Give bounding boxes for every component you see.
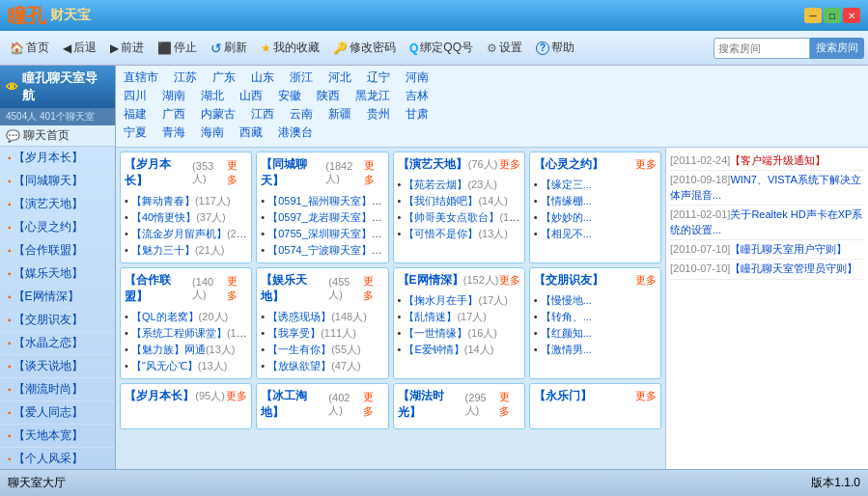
news-item[interactable]: [2010-07-10]【瞳孔聊天室用户守则】 <box>670 240 864 260</box>
room-card-more[interactable]: 更多 <box>635 157 657 172</box>
bind-qq-button[interactable]: 绑定QQ号 <box>404 38 479 58</box>
region-link[interactable]: 西藏 <box>239 124 263 141</box>
room-link[interactable]: 【流金岁月留声机】 <box>131 228 227 239</box>
sidebar-item-yan-yi[interactable]: ▪【演艺天地】 <box>0 193 115 216</box>
room-link[interactable]: 【魅力族】网通 <box>131 344 206 355</box>
room-card-more[interactable]: 更多 <box>635 273 657 288</box>
region-link[interactable]: 四川 <box>124 88 147 104</box>
region-link[interactable]: 河南 <box>406 69 429 86</box>
stop-button[interactable]: 停止 <box>152 38 203 58</box>
room-link[interactable]: 【红颜知... <box>541 327 592 339</box>
forward-button[interactable]: 前进 <box>104 38 150 58</box>
region-link[interactable]: 广西 <box>162 106 185 123</box>
close-button[interactable]: ✕ <box>843 8 860 23</box>
room-link[interactable]: 【掬水月在手】 <box>404 294 478 306</box>
chat-rooms-scroll[interactable]: 【岁月本长】 (353人) 更多 • 【舞动青春】(117人)• 【40惰更快】… <box>116 148 665 469</box>
region-link[interactable]: 内蒙古 <box>201 106 236 123</box>
room-card-more[interactable]: 更多 <box>499 390 519 419</box>
region-link[interactable]: 辽宁 <box>367 69 390 86</box>
sidebar-item-sui-yue[interactable]: ▪【岁月本长】 <box>0 147 115 170</box>
room-link[interactable]: 【0574_宁波聊天室】 <box>267 244 382 256</box>
room-link[interactable]: 【"风无心℃】 <box>131 360 198 372</box>
room-link[interactable]: 【0597_龙岩聊天室】 <box>267 211 382 223</box>
room-link[interactable]: 【帅哥美女点歌台】 <box>404 211 499 223</box>
sidebar-item-ge-ren[interactable]: ▪【个人风采】 <box>0 448 115 469</box>
region-link[interactable]: 湖北 <box>201 88 224 104</box>
sidebar-item-chao-liu[interactable]: ▪【潮流时尚】 <box>0 378 115 401</box>
room-link[interactable]: 【苑若云烟】 <box>404 179 467 190</box>
room-link[interactable]: 【可惜不是你】 <box>404 228 478 239</box>
news-item[interactable]: [2010-07-10]【瞳孔聊天室管理员守则】 <box>670 260 864 279</box>
room-link[interactable]: 【缘定三... <box>541 179 592 190</box>
room-link[interactable]: 【乱情迷】 <box>404 311 457 322</box>
sidebar-item-shui-jing[interactable]: ▪【水晶之恋】 <box>0 332 115 355</box>
region-link[interactable]: 安徽 <box>278 88 301 104</box>
region-link[interactable]: 青海 <box>162 124 185 141</box>
region-link[interactable]: 江苏 <box>174 69 197 86</box>
room-link[interactable]: 【0755_深圳聊天室】 <box>267 228 382 239</box>
region-link[interactable]: 黑龙江 <box>355 88 390 104</box>
room-link[interactable]: 【一生有你】 <box>267 344 331 355</box>
settings-button[interactable]: 设置 <box>481 38 528 58</box>
region-link[interactable]: 新疆 <box>328 106 351 123</box>
room-link[interactable]: 【40惰更快】 <box>131 211 196 223</box>
room-link[interactable]: 【舞动青春】 <box>131 195 195 207</box>
sidebar-item-e-wang[interactable]: ▪【E网情深】 <box>0 286 115 309</box>
sidebar-item-tong-cheng[interactable]: ▪【同城聊天】 <box>0 170 115 193</box>
room-link[interactable]: 【转角、... <box>541 311 592 322</box>
region-link[interactable]: 河北 <box>328 69 351 86</box>
sidebar-item-ai-ren[interactable]: ▪【爱人同志】 <box>0 401 115 425</box>
room-link[interactable]: 【放纵欲望】 <box>267 360 331 372</box>
room-card-more[interactable]: 更多 <box>227 158 247 187</box>
sidebar-item-xin-ling[interactable]: ▪【心灵之约】 <box>0 216 115 239</box>
region-link[interactable]: 港澳台 <box>278 124 313 141</box>
search-button[interactable]: 搜索房间 <box>810 38 864 59</box>
room-link[interactable]: 【0591_福州聊天室】 <box>267 195 382 207</box>
favorites-button[interactable]: 我的收藏 <box>255 38 325 58</box>
back-button[interactable]: 后退 <box>57 38 102 58</box>
news-item[interactable]: [2011-02-01]关于Realtek HD声卡在XP系统的设置... <box>670 206 864 240</box>
room-link[interactable]: 【一世情缘】 <box>404 327 467 339</box>
room-card-more[interactable]: 更多 <box>226 389 247 403</box>
region-link[interactable]: 广东 <box>212 69 236 86</box>
room-link[interactable]: 【妙妙的... <box>541 211 592 223</box>
room-card-more[interactable]: 更多 <box>499 273 520 288</box>
sidebar-item-tian-di[interactable]: ▪【天地本宽】 <box>0 425 115 448</box>
room-link[interactable]: 【QL的老窝】 <box>131 311 199 322</box>
room-card-more[interactable]: 更多 <box>499 157 520 172</box>
region-link[interactable]: 海南 <box>201 124 224 141</box>
room-link[interactable]: 【情缘棚... <box>541 195 592 207</box>
room-link[interactable]: 【我享受】 <box>267 327 321 339</box>
region-link[interactable]: 吉林 <box>406 88 429 104</box>
region-link[interactable]: 湖南 <box>162 88 185 104</box>
region-link[interactable]: 甘肃 <box>406 106 429 123</box>
region-link[interactable]: 宁夏 <box>124 124 147 141</box>
region-link[interactable]: 江西 <box>251 106 274 123</box>
region-link[interactable]: 直辖市 <box>124 69 158 86</box>
room-link[interactable]: 【激情男... <box>541 344 592 355</box>
sidebar-item-jiao-peng[interactable]: ▪【交朋识友】 <box>0 309 115 332</box>
room-link[interactable]: 【诱惑现场】 <box>267 311 331 322</box>
room-link[interactable]: 【魅力三十】 <box>131 244 195 256</box>
sidebar-item-he-zuo[interactable]: ▪【合作联盟】 <box>0 239 115 262</box>
search-input[interactable] <box>714 38 810 59</box>
sidebar-item-tan-tian[interactable]: ▪【谈天说地】 <box>0 355 115 378</box>
region-link[interactable]: 山东 <box>251 69 274 86</box>
help-button[interactable]: ? 帮助 <box>530 38 580 58</box>
region-link[interactable]: 山西 <box>239 88 263 104</box>
minimize-button[interactable]: ─ <box>804 8 822 23</box>
room-card-more[interactable]: 更多 <box>363 390 383 419</box>
room-link[interactable]: 【E爱钟情】 <box>404 344 463 355</box>
home-button[interactable]: 首页 <box>4 38 55 58</box>
sidebar-item-mei-le[interactable]: ▪【媒乐天地】 <box>0 262 115 286</box>
room-card-more[interactable]: 更多 <box>363 274 383 303</box>
region-link[interactable]: 福建 <box>124 106 147 123</box>
room-link[interactable]: 【慢慢地... <box>541 294 592 306</box>
room-link[interactable]: 【我们结婚吧】 <box>404 195 478 207</box>
region-link[interactable]: 浙江 <box>290 69 313 86</box>
region-link[interactable]: 贵州 <box>367 106 390 123</box>
news-item[interactable]: [2011-02-24]【客户端升级通知】 <box>670 152 864 171</box>
room-card-more[interactable]: 更多 <box>364 158 383 187</box>
maximize-button[interactable]: □ <box>824 8 841 23</box>
news-item[interactable]: [2010-09-18]WIN7、VISTA系统下解决立体声混音... <box>670 171 864 206</box>
